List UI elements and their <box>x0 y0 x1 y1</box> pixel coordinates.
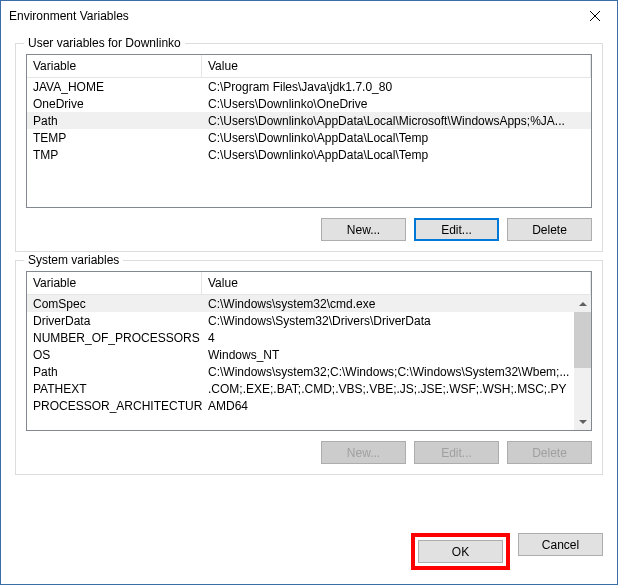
system-group-legend: System variables <box>24 253 123 267</box>
scroll-up-button[interactable] <box>574 295 591 312</box>
table-row[interactable]: ComSpecC:\Windows\system32\cmd.exe <box>27 295 591 312</box>
scrollbar[interactable] <box>574 295 591 430</box>
table-row[interactable]: OneDriveC:\Users\Downlinko\OneDrive <box>27 95 591 112</box>
cell-variable: ComSpec <box>27 297 202 311</box>
cell-value: AMD64 <box>202 399 591 413</box>
col-variable[interactable]: Variable <box>27 272 202 294</box>
cell-variable: TMP <box>27 148 202 162</box>
cell-value: C:\Users\Downlinko\AppData\Local\Temp <box>202 148 591 162</box>
table-row[interactable]: PROCESSOR_ARCHITECTUREAMD64 <box>27 397 591 414</box>
table-header: Variable Value <box>27 272 591 295</box>
col-variable[interactable]: Variable <box>27 55 202 77</box>
cell-value: C:\Windows\System32\Drivers\DriverData <box>202 314 591 328</box>
window-title: Environment Variables <box>9 9 129 23</box>
cell-variable: DriverData <box>27 314 202 328</box>
cancel-button[interactable]: Cancel <box>518 533 603 556</box>
cell-value: C:\Users\Downlinko\OneDrive <box>202 97 591 111</box>
table-header: Variable Value <box>27 55 591 78</box>
titlebar: Environment Variables <box>1 1 617 31</box>
cell-variable: JAVA_HOME <box>27 80 202 94</box>
table-row[interactable]: NUMBER_OF_PROCESSORS4 <box>27 329 591 346</box>
cell-variable: OneDrive <box>27 97 202 111</box>
ok-button[interactable]: OK <box>418 540 503 563</box>
scroll-thumb[interactable] <box>574 312 591 368</box>
system-variables-table[interactable]: Variable Value ComSpecC:\Windows\system3… <box>26 271 592 431</box>
close-button[interactable] <box>572 1 617 31</box>
table-row[interactable]: OSWindows_NT <box>27 346 591 363</box>
cell-variable: Path <box>27 114 202 128</box>
system-buttons: New... Edit... Delete <box>26 441 592 464</box>
scroll-down-button[interactable] <box>574 413 591 430</box>
cell-variable: OS <box>27 348 202 362</box>
cell-variable: TEMP <box>27 131 202 145</box>
cell-value: .COM;.EXE;.BAT;.CMD;.VBS;.VBE;.JS;.JSE;.… <box>202 382 591 396</box>
arrow-up-icon <box>579 302 587 306</box>
cell-value: 4 <box>202 331 591 345</box>
table-row[interactable]: PathC:\Users\Downlinko\AppData\Local\Mic… <box>27 112 591 129</box>
cell-variable: Path <box>27 365 202 379</box>
table-row[interactable]: PathC:\Windows\system32;C:\Windows;C:\Wi… <box>27 363 591 380</box>
cell-variable: NUMBER_OF_PROCESSORS <box>27 331 202 345</box>
user-buttons: New... Edit... Delete <box>26 218 592 241</box>
new-system-button[interactable]: New... <box>321 441 406 464</box>
cell-variable: PATHEXT <box>27 382 202 396</box>
system-variables-group: System variables Variable Value ComSpecC… <box>15 260 603 475</box>
cell-value: C:\Windows\system32;C:\Windows;C:\Window… <box>202 365 591 379</box>
cell-value: C:\Program Files\Java\jdk1.7.0_80 <box>202 80 591 94</box>
close-icon <box>590 11 600 21</box>
col-value[interactable]: Value <box>202 272 591 294</box>
env-vars-dialog: Environment Variables User variables for… <box>0 0 618 585</box>
cell-value: C:\Windows\system32\cmd.exe <box>202 297 591 311</box>
user-variables-table[interactable]: Variable Value JAVA_HOMEC:\Program Files… <box>26 54 592 208</box>
col-value[interactable]: Value <box>202 55 591 77</box>
edit-user-button[interactable]: Edit... <box>414 218 499 241</box>
delete-system-button[interactable]: Delete <box>507 441 592 464</box>
table-row[interactable]: DriverDataC:\Windows\System32\Drivers\Dr… <box>27 312 591 329</box>
arrow-down-icon <box>579 420 587 424</box>
table-row[interactable]: TEMPC:\Users\Downlinko\AppData\Local\Tem… <box>27 129 591 146</box>
ok-highlight: OK <box>411 533 510 570</box>
table-row[interactable]: TMPC:\Users\Downlinko\AppData\Local\Temp <box>27 146 591 163</box>
user-group-legend: User variables for Downlinko <box>24 36 185 50</box>
cell-value: C:\Users\Downlinko\AppData\Local\Microso… <box>202 114 591 128</box>
cell-variable: PROCESSOR_ARCHITECTURE <box>27 399 202 413</box>
dialog-footer: OK Cancel <box>1 523 617 584</box>
table-row[interactable]: JAVA_HOMEC:\Program Files\Java\jdk1.7.0_… <box>27 78 591 95</box>
user-variables-group: User variables for Downlinko Variable Va… <box>15 43 603 252</box>
cell-value: C:\Users\Downlinko\AppData\Local\Temp <box>202 131 591 145</box>
table-row[interactable]: PATHEXT.COM;.EXE;.BAT;.CMD;.VBS;.VBE;.JS… <box>27 380 591 397</box>
new-user-button[interactable]: New... <box>321 218 406 241</box>
cell-value: Windows_NT <box>202 348 591 362</box>
delete-user-button[interactable]: Delete <box>507 218 592 241</box>
scroll-track[interactable] <box>574 312 591 413</box>
edit-system-button[interactable]: Edit... <box>414 441 499 464</box>
